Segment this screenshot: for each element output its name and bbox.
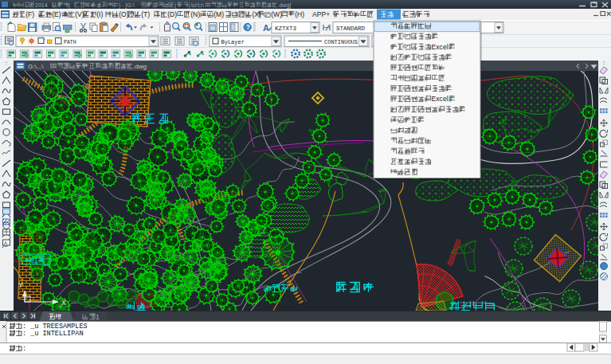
svg-text:A: A <box>4 241 7 245</box>
svg-text:G:\...\: G:\...\ <box>28 63 44 70</box>
svg-text:X: X <box>61 299 66 307</box>
svg-text::: : <box>22 345 26 353</box>
svg-text:(W): (W) <box>271 10 282 18</box>
svg-text:2014: 2014 <box>35 2 48 8</box>
svg-text:(I): (I) <box>96 10 103 18</box>
svg-text:1: 1 <box>96 313 100 321</box>
svg-text:(F): (F) <box>25 10 34 18</box>
svg-text:(E): (E) <box>52 10 61 18</box>
svg-text:(M): (M) <box>213 10 224 18</box>
svg-text:(T): (T) <box>141 10 150 18</box>
svg-text:PATH: PATH <box>64 40 76 45</box>
svg-text:?: ? <box>246 23 250 31</box>
svg-text:(H): (H) <box>295 10 304 18</box>
svg-text:Y: Y <box>18 281 23 289</box>
svg-text:APP+: APP+ <box>312 10 330 18</box>
svg-text:) - [G:\: ) - [G:\ <box>119 2 135 9</box>
svg-text:STANDARD: STANDARD <box>336 25 366 32</box>
svg-text:.dwg]: .dwg] <box>278 2 292 9</box>
svg-text:(D): (D) <box>167 10 177 18</box>
svg-text:A: A <box>263 23 269 33</box>
svg-text:.dwg: .dwg <box>133 63 147 70</box>
svg-text:KZTXT3: KZTXT3 <box>275 25 297 32</box>
svg-text:\: \ <box>202 2 204 8</box>
svg-text:Excel: Excel <box>432 43 448 51</box>
svg-text:(N): (N) <box>190 10 200 18</box>
svg-text:: _u INTELLIPAN: : _u INTELLIPAN <box>22 330 84 338</box>
svg-text:(O): (O) <box>119 10 129 18</box>
svg-text:CONTINUOUS: CONTINUOUS <box>324 39 358 45</box>
svg-text:): ) <box>189 2 190 9</box>
svg-text:ByLayer: ByLayer <box>221 39 245 45</box>
svg-text:Excel: Excel <box>432 95 448 103</box>
svg-text:(V): (V) <box>75 10 84 18</box>
